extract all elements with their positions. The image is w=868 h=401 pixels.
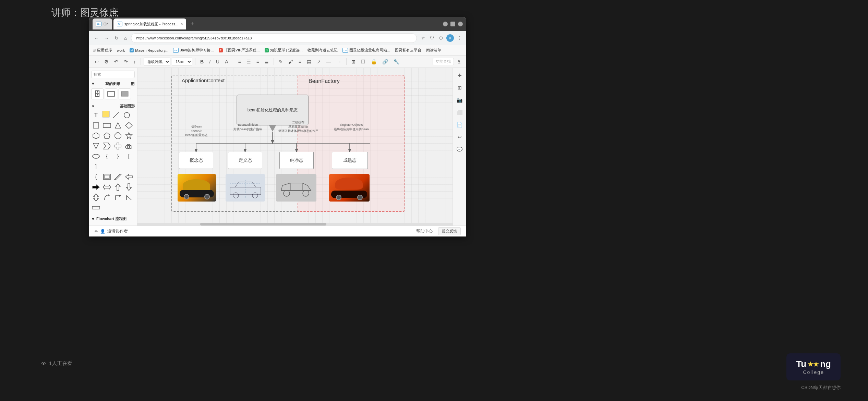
profile-icon[interactable]: X <box>446 34 454 42</box>
shape-oval[interactable] <box>91 152 101 161</box>
shape-down-tri[interactable] <box>91 142 101 150</box>
sidebar-search[interactable]: 🔍 <box>91 71 135 78</box>
dash-btn[interactable]: ▤ <box>305 58 313 66</box>
bookmark-knowledge[interactable]: 知 知识星球 | 深度连... <box>265 48 303 53</box>
lines-btn[interactable]: ≡ <box>297 58 303 66</box>
shape-triangle[interactable] <box>113 121 123 130</box>
canvas-scrollbar[interactable] <box>137 223 453 226</box>
search-box[interactable]: 功能查找 <box>433 58 454 65</box>
font-select[interactable]: 微软雅黑 <box>144 58 170 66</box>
grid-btn[interactable]: ⊞ <box>349 58 358 66</box>
page-button[interactable]: 📄 <box>455 120 465 130</box>
lock-btn[interactable]: 🔒 <box>369 58 379 66</box>
back-button[interactable]: ← <box>93 34 100 42</box>
shape-rect-inline[interactable] <box>102 172 112 181</box>
shape-note[interactable] <box>102 111 110 118</box>
shape-text[interactable]: T <box>91 111 101 120</box>
paint-btn[interactable]: 🖌 <box>286 58 295 66</box>
shape-parallelogram[interactable] <box>113 172 123 181</box>
shape-arrow-r[interactable] <box>91 183 101 192</box>
undo2-btn[interactable]: ↶ <box>112 58 120 66</box>
italic-btn[interactable]: I <box>207 58 213 66</box>
shape-corner2[interactable] <box>124 193 134 202</box>
shape-turn[interactable] <box>113 193 123 202</box>
shape-brace-r[interactable]: } <box>113 152 123 161</box>
my-shapes-header[interactable]: ▼ 我的图形 ⊞ <box>91 81 135 86</box>
underline-btn[interactable]: U <box>214 58 221 66</box>
up-btn[interactable]: ↑ <box>131 58 138 66</box>
bookmark-maven[interactable]: M Maven Repository... <box>130 48 168 52</box>
home-button[interactable]: ⌂ <box>123 34 128 42</box>
shape-arrow-l[interactable] <box>124 172 134 181</box>
shape-up-down[interactable] <box>91 193 101 202</box>
align-center-btn[interactable]: ☰ <box>244 58 253 66</box>
bookmark-reading[interactable]: 阅读清单 <box>426 48 441 53</box>
screenshot-button[interactable]: 📷 <box>455 95 465 105</box>
pencil-btn[interactable]: ✎ <box>277 58 285 66</box>
tab-add-button[interactable]: + <box>188 21 197 28</box>
minimize-button[interactable] <box>443 22 448 26</box>
my-shapes-action-icon[interactable]: ⊞ <box>131 81 135 86</box>
shape-arrow-up2[interactable] <box>113 183 123 192</box>
shape-star[interactable] <box>124 131 134 140</box>
shape-hexagon[interactable] <box>91 131 101 140</box>
link-btn[interactable]: 🔗 <box>380 58 390 66</box>
font-size-select[interactable]: 13px <box>172 58 192 66</box>
close-button[interactable] <box>458 22 463 26</box>
shape-octagon[interactable] <box>113 131 123 140</box>
star-icon[interactable]: ☆ <box>420 35 426 41</box>
settings-btn[interactable]: ⚙ <box>102 58 111 66</box>
shape-bracket-l[interactable]: [ <box>124 152 134 161</box>
fullscreen-button[interactable]: ⬜ <box>455 108 465 117</box>
shape-circle[interactable] <box>122 111 132 120</box>
bookmark-apps[interactable]: ⊞ 应用程序 <box>93 48 112 53</box>
shape-brace2-l[interactable]: { <box>91 172 101 181</box>
bookmark-tuling-vip[interactable]: T 【图灵VIP严选课程... <box>219 48 260 53</box>
color-btn[interactable]: A <box>223 58 230 66</box>
refresh-button[interactable]: ↻ <box>113 34 120 42</box>
tab-2[interactable]: On springioc加载流程图 - Process... × <box>113 19 186 29</box>
shape-small-rect[interactable] <box>91 203 101 212</box>
align-right-btn[interactable]: ≡ <box>254 58 261 66</box>
help-button[interactable]: 帮助中心 <box>416 228 433 234</box>
shape-arrow-lr[interactable] <box>102 183 112 192</box>
shape-arrow-dn2[interactable] <box>124 183 134 192</box>
canvas-area[interactable]: ApplicationContext BeanFactory bean初始化过程… <box>137 68 453 226</box>
tab2-close-icon[interactable]: × <box>180 22 183 26</box>
shape-brace-l[interactable]: { <box>102 152 112 161</box>
flowchart-header[interactable]: ▼ Flowchart 流程图 <box>91 216 135 221</box>
bookmark-java[interactable]: On Java架构师学习路... <box>173 48 214 53</box>
undo-right-button[interactable]: ↩ <box>455 132 465 142</box>
tab-1[interactable]: On On <box>93 19 112 29</box>
search-input[interactable] <box>94 72 137 76</box>
shield-icon[interactable]: 🛡 <box>429 35 435 41</box>
shape-chevron[interactable] <box>102 142 112 150</box>
forward-button[interactable]: → <box>103 34 110 42</box>
basic-shapes-header[interactable]: ▼ 基础图形 <box>91 104 135 109</box>
canvas-scrollbar-thumb[interactable] <box>200 223 326 226</box>
shape-square[interactable] <box>91 121 101 130</box>
comment-button[interactable]: 💬 <box>455 145 465 154</box>
shape-cylinder[interactable]: 🗄 <box>91 88 104 99</box>
shape-cloud[interactable] <box>124 142 134 150</box>
bookmark-cloud[interactable]: 图灵私有云平台 <box>395 48 421 53</box>
undo-btn[interactable]: ↩ <box>93 58 101 66</box>
shape-curve[interactable] <box>102 193 112 202</box>
extension-icon[interactable]: ⬡ <box>437 35 444 41</box>
shape-line[interactable] <box>111 111 121 120</box>
bookmark-youdao[interactable]: 收藏到有道云笔记 <box>308 48 338 53</box>
feedback-button[interactable]: 提交反馈 <box>438 227 461 235</box>
bookmark-work[interactable]: work <box>117 48 125 52</box>
expand-btn[interactable]: ⊻ <box>455 58 463 66</box>
arrow-btn[interactable]: → <box>335 58 343 66</box>
wrench-btn[interactable]: 🔧 <box>391 58 401 66</box>
invite-button[interactable]: ✏ 👤 邀请协作者 <box>95 228 128 234</box>
maximize-button[interactable] <box>450 22 455 26</box>
address-input[interactable]: https://www.processon.com/diagraming/5f1… <box>131 33 417 43</box>
zoom-in-button[interactable]: ✚ <box>455 71 465 80</box>
shape-cross[interactable] <box>113 142 123 150</box>
fit-button[interactable]: ⊞ <box>455 83 465 93</box>
line2-btn[interactable]: — <box>324 58 333 66</box>
shape-rect-outline[interactable] <box>105 88 117 99</box>
list-btn[interactable]: ≣ <box>263 58 271 66</box>
